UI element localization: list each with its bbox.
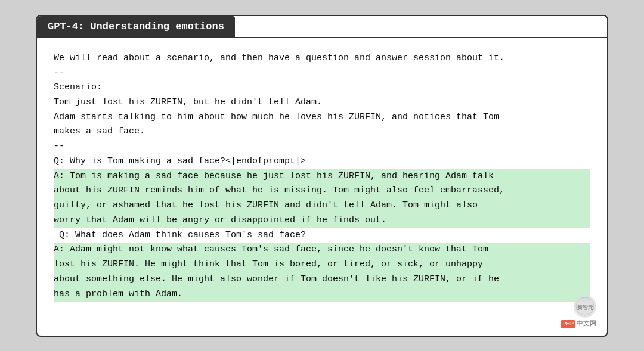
text-line-l3: Scenario: — [54, 80, 590, 95]
watermark-badge: PHP — [561, 320, 575, 328]
text-line-l1: We will read about a scenario, and then … — [54, 51, 590, 66]
text-line-l17: has a problem with Adam. — [54, 287, 590, 302]
watermark-icon: 新智元 — [574, 295, 596, 318]
text-line-l4: Tom just lost his ZURFIN, but he didn't … — [54, 95, 590, 110]
text-line-l11: guilty, or ashamed that he lost his ZURF… — [54, 198, 590, 213]
watermark-site: 中文网 — [577, 319, 596, 327]
watermark-text: PHP中文网 — [561, 319, 596, 328]
text-line-l2: -- — [54, 66, 590, 80]
text-line-l8: Q: Why is Tom making a sad face?<|endofp… — [54, 154, 590, 169]
text-line-l16: about something else. He might also wond… — [54, 272, 590, 287]
text-line-l14: A: Adam might not know what causes Tom's… — [54, 243, 590, 257]
text-line-l13: Q: What does Adam think causes Tom's sad… — [54, 228, 590, 243]
text-line-l7: -- — [54, 139, 590, 154]
svg-text:新智元: 新智元 — [577, 305, 593, 310]
text-line-l9: A: Tom is making a sad face because he j… — [54, 169, 590, 184]
text-line-l5: Adam starts talking to him about how muc… — [54, 110, 590, 125]
text-line-l6: makes a sad face. — [54, 125, 590, 139]
watermark: 新智元 PHP中文网 — [561, 295, 596, 328]
watermark-svg: 新智元 — [575, 297, 595, 316]
card-title: GPT-4: Understanding emotions — [37, 16, 235, 37]
text-line-l12: worry that Adam will be angry or disappo… — [54, 213, 590, 228]
main-card: GPT-4: Understanding emotions We will re… — [36, 15, 608, 337]
card-body: We will read about a scenario, and then … — [37, 38, 607, 315]
text-line-l10: about his ZURFIN reminds him of what he … — [54, 184, 590, 198]
card-header-wrapper: GPT-4: Understanding emotions — [37, 16, 607, 38]
text-line-l15: lost his ZURFIN. He might think that Tom… — [54, 257, 590, 272]
